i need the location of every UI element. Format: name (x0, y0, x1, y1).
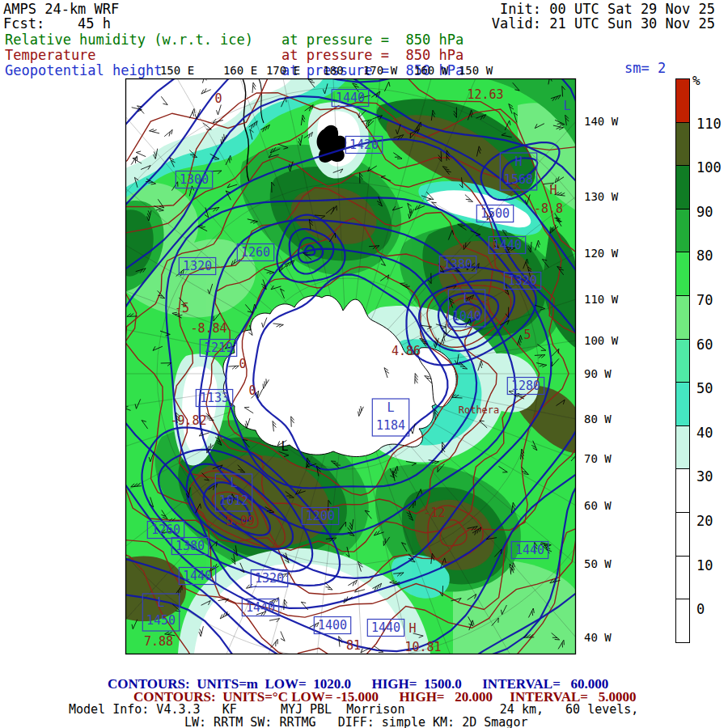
height-contour-label: 1200 (306, 509, 335, 523)
temperature-label: 0 (214, 91, 222, 106)
height-contour-label: 1320 (508, 273, 537, 288)
colorbar-segment (675, 252, 690, 296)
temperature-label: 5.09 (226, 514, 255, 528)
height-contour-label: 1380 (176, 539, 205, 553)
height-extremum-value: 1568 (504, 172, 533, 187)
meridian-label-top: 150 E (160, 64, 194, 77)
height-contour-label: 1420 (349, 138, 379, 152)
height-contour-label: 1400 (318, 618, 347, 633)
temperature-label: -5 (175, 301, 189, 315)
meridian-label-right: 80 W (584, 413, 612, 425)
pressure-center-letter: L (463, 291, 470, 306)
colorbar-segment (675, 165, 690, 210)
colorbar-tick-label: 0 (696, 601, 705, 617)
temperature-label: H (408, 621, 416, 636)
height-contour-label: 1500 (480, 206, 510, 221)
colorbar (675, 79, 690, 643)
colorbar-segment (675, 295, 690, 340)
height-contour-label: 1320 (255, 571, 284, 586)
height-contour-label: 1280 (511, 379, 540, 393)
colorbar-segment (675, 512, 690, 557)
colorbar-tick-label: 20 (696, 513, 713, 529)
colorbar-tick-label: 80 (696, 248, 713, 264)
height-contour-label: 1440 (336, 91, 365, 105)
height-extremum-value: 1040 (452, 309, 481, 324)
height-extremum-value: 1012 (219, 493, 248, 508)
meridian-label-top: 180 (323, 64, 343, 77)
colorbar-segment (675, 468, 690, 513)
colorbar-segment (675, 339, 690, 383)
meridian-label-right: 90 W (584, 367, 612, 380)
temperature-label: 5 (523, 328, 531, 342)
colorbar-tick-label: 50 (696, 380, 713, 396)
temperature-label: -12 (423, 506, 445, 520)
colorbar-segment (675, 425, 690, 470)
colorbar-tick-label: 40 (696, 425, 713, 441)
temperature-label: -9.82 (170, 413, 206, 428)
temperature-label: 0 (239, 357, 246, 371)
temperature-label: 12.63 (467, 87, 503, 102)
meridian-label-right: 130 W (584, 190, 619, 203)
colorbar-tick-label: 60 (696, 336, 713, 353)
height-contour-label: 1260 (151, 523, 180, 537)
colorbar-segment (675, 599, 690, 643)
height-contour-label: 1440 (371, 620, 400, 635)
meridian-label-top: 160 W (414, 64, 449, 77)
meridian-label-right: 140 W (584, 115, 619, 128)
colorbar-segment (675, 122, 690, 167)
height-contour-label: 1133 (200, 391, 229, 405)
meridian-label-right: 100 W (584, 334, 619, 347)
height-contour-label: 1219 (204, 341, 233, 355)
pressure-center-letter: H (514, 154, 522, 169)
height-contour-label: 1440 (183, 569, 212, 583)
temperature-label: 4.86 (392, 344, 421, 358)
colorbar-tick-label: 10 (696, 557, 713, 574)
amps-wrf-plot-page: { "header": { "title": "AMPS 24-km WRF",… (0, 0, 728, 728)
meridian-label-top: 150 W (459, 64, 493, 77)
pressure-center-letter: L (157, 595, 164, 610)
meridian-label-right: 60 W (584, 499, 612, 512)
pressure-center-letter: L (230, 476, 237, 490)
temperature-label: 10.81 (404, 640, 441, 654)
colorbar-unit: % (692, 73, 700, 88)
pressure-center-letter: L (281, 439, 288, 454)
height-contour-label: 1260 (241, 245, 270, 260)
colorbar-segment (675, 556, 690, 600)
height-extremum-value: 1450 (146, 613, 176, 628)
meridian-label-right: 40 W (584, 631, 612, 644)
temperature-label: -8.8 (534, 201, 563, 216)
colorbar-tick-label: 70 (696, 292, 713, 308)
colorbar-tick-label: 30 (696, 468, 713, 485)
colorbar-tick-label: 100 (696, 159, 722, 176)
temperature-label: 0 (248, 383, 256, 398)
meridian-label-top: 170 W (363, 64, 398, 77)
temperature-label: H (549, 183, 557, 197)
meridian-label-right: 120 W (584, 247, 619, 260)
meridian-label-right: 110 W (584, 293, 619, 306)
model-info-line2: LW: RRTM SW: RRTMG DIFF: simple KM: 2D S… (184, 715, 527, 728)
station-label: Rothera (459, 404, 500, 416)
height-contour-label: 1320 (183, 259, 212, 273)
height-contour-label: 1440 (493, 238, 522, 252)
temperature-label: 81 (346, 638, 361, 653)
colorbar-tick-label: 110 (696, 116, 722, 132)
meridian-label-top: 160 E (223, 64, 257, 77)
temperature-label: 7.88 (144, 634, 173, 649)
height-contour-label: 1300 (180, 172, 209, 187)
height-contour-label: 1380 (443, 257, 472, 272)
pressure-center-letter: L (563, 99, 570, 113)
colorbar-segment (675, 382, 690, 426)
height-contour-label: 1440 (515, 543, 544, 557)
meridian-label-right: 50 W (584, 557, 612, 570)
colorbar-tick-label: 90 (696, 204, 713, 220)
colorbar-segment (675, 209, 690, 253)
meridian-label-top: 170 E (266, 64, 300, 77)
meridian-label-right: 70 W (584, 452, 612, 465)
colorbar-segment (675, 78, 690, 123)
pressure-center-letter: L (387, 400, 394, 415)
temperature-label: -8.84 (190, 321, 226, 336)
height-extremum-value: 1184 (376, 418, 405, 433)
height-contour-label: 1440 (246, 600, 275, 615)
forecast-map: 14401420H1568150013001320126013801440132… (0, 0, 728, 728)
